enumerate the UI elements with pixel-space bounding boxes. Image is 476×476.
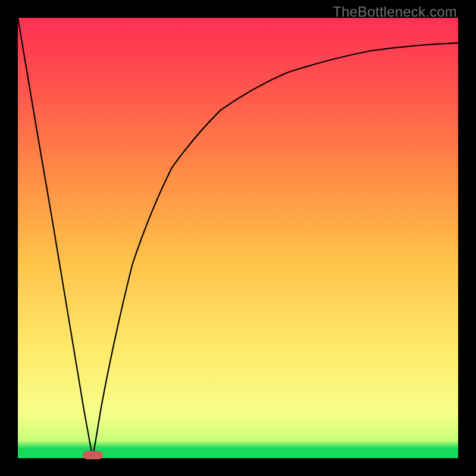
chart-frame: TheBottleneck.com — [0, 0, 476, 476]
curve-right — [93, 43, 458, 458]
plot-area — [18, 18, 458, 458]
minimum-marker — [83, 451, 103, 459]
curve-left-leg — [18, 18, 93, 458]
chart-curve — [18, 18, 458, 458]
